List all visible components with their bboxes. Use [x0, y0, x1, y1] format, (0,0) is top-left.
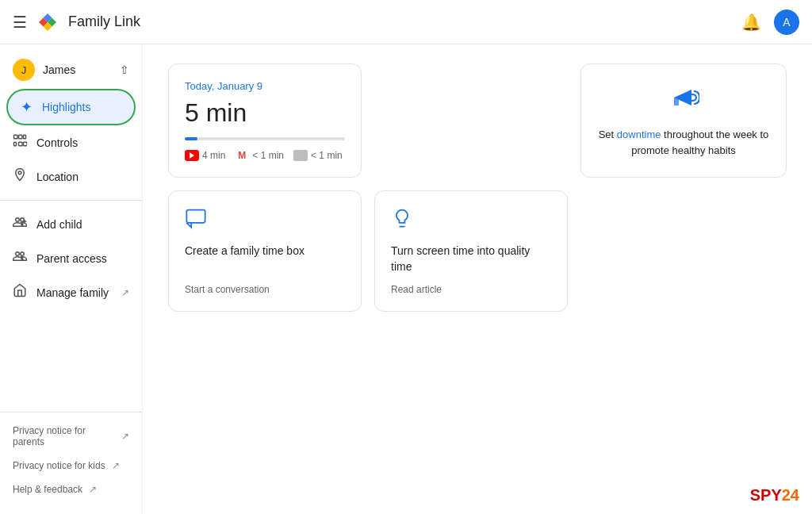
main-layout: J James ⇧ ✦ Highlights Controls — [0, 44, 812, 514]
manage-family-label: Manage family — [36, 286, 109, 299]
progress-bar-container — [185, 137, 345, 140]
footer-link-help[interactable]: Help & feedback ↗ — [0, 478, 142, 501]
sidebar-action-manage-family[interactable]: Manage family ↗ — [0, 275, 142, 309]
ext-icon-privacy-kids: ↗ — [112, 460, 120, 471]
other-app-icon — [293, 150, 308, 161]
location-label: Location — [36, 171, 79, 183]
gmail-usage: M < 1 min — [235, 150, 284, 161]
highlights-icon: ✦ — [21, 98, 33, 116]
sidebar: J James ⇧ ✦ Highlights Controls — [0, 44, 143, 514]
add-person-icon — [13, 215, 27, 233]
svg-rect-1 — [19, 135, 23, 139]
add-child-label: Add child — [36, 218, 82, 231]
gmail-icon: M — [235, 150, 249, 161]
privacy-kids-label: Privacy notice for kids — [13, 460, 105, 471]
youtube-usage: 4 min — [185, 150, 225, 161]
header-left: ☰ Family Link — [13, 11, 741, 33]
sidebar-section: J James ⇧ ✦ Highlights Controls — [0, 51, 142, 412]
svg-rect-2 — [24, 135, 26, 139]
content-grid: Today, January 9 5 min 4 min M < 1 min — [168, 63, 787, 312]
screen-time-value: 5 min — [185, 98, 345, 128]
sidebar-action-add-child[interactable]: Add child — [0, 207, 142, 241]
app-logo-icon — [36, 11, 59, 33]
user-item-james[interactable]: J James ⇧ — [0, 51, 142, 89]
footer-link-privacy-kids[interactable]: Privacy notice for kids ↗ — [0, 454, 142, 478]
svg-rect-3 — [14, 142, 17, 146]
app-title: Family Link — [68, 13, 140, 30]
feature-card-quality-time[interactable]: Turn screen time into quality time Read … — [374, 190, 568, 312]
screen-time-card: Today, January 9 5 min 4 min M < 1 min — [168, 63, 362, 178]
empty-col — [374, 63, 568, 178]
home-icon — [13, 283, 27, 301]
svg-rect-9 — [186, 210, 205, 223]
other-usage: < 1 min — [293, 150, 343, 161]
lightbulb-icon — [391, 207, 551, 234]
promo-icon — [668, 83, 699, 117]
screen-time-date: Today, January 9 — [185, 80, 345, 92]
sidebar-item-location[interactable]: Location — [0, 159, 136, 194]
svg-rect-4 — [19, 142, 23, 146]
feature-card-family-time[interactable]: Create a family time box Start a convers… — [168, 190, 362, 312]
sidebar-item-controls[interactable]: Controls — [0, 125, 136, 159]
quality-time-title: Turn screen time into quality time — [391, 244, 551, 274]
header-right: 🔔 A — [741, 10, 799, 35]
child-name: James — [43, 63, 112, 76]
chevron-up-icon: ⇧ — [120, 63, 129, 76]
chat-icon — [185, 207, 345, 234]
promo-text: Set downtime throughout the week to prom… — [597, 127, 770, 158]
controls-icon — [13, 133, 27, 152]
svg-point-6 — [18, 171, 21, 175]
group-icon — [13, 249, 27, 267]
sidebar-footer: Privacy notice for parents ↗ Privacy not… — [0, 412, 142, 508]
promo-card[interactable]: Set downtime throughout the week to prom… — [580, 63, 787, 178]
other-time: < 1 min — [311, 150, 343, 161]
sidebar-divider — [0, 200, 142, 201]
privacy-parents-label: Privacy notice for parents — [13, 425, 115, 447]
location-icon — [13, 167, 27, 186]
progress-bar-fill — [185, 137, 197, 140]
main-content: Today, January 9 5 min 4 min M < 1 min — [143, 44, 812, 514]
app-header: ☰ Family Link 🔔 A — [0, 0, 812, 44]
gmail-time: < 1 min — [252, 150, 284, 161]
menu-icon[interactable]: ☰ — [13, 13, 27, 32]
quality-time-action[interactable]: Read article — [391, 284, 551, 295]
notification-icon[interactable]: 🔔 — [741, 13, 761, 32]
ext-icon-help: ↗ — [89, 484, 97, 495]
sidebar-action-parent-access[interactable]: Parent access — [0, 241, 142, 275]
child-avatar: J — [13, 59, 35, 81]
sidebar-item-highlights[interactable]: ✦ Highlights — [6, 89, 136, 125]
youtube-time: 4 min — [202, 150, 225, 161]
youtube-icon — [185, 150, 199, 161]
ext-icon-privacy-parents: ↗ — [121, 431, 129, 442]
downtime-link[interactable]: downtime — [617, 128, 661, 140]
spy24-watermark: SPY24 — [750, 486, 799, 504]
help-label: Help & feedback — [13, 484, 82, 495]
svg-rect-0 — [14, 135, 18, 139]
external-link-icon: ↗ — [121, 287, 129, 298]
app-usage-row: 4 min M < 1 min < 1 min — [185, 150, 345, 161]
svg-rect-5 — [24, 142, 28, 146]
controls-label: Controls — [36, 136, 78, 149]
family-time-title: Create a family time box — [185, 244, 345, 259]
user-avatar[interactable]: A — [774, 10, 799, 35]
family-time-action[interactable]: Start a conversation — [185, 284, 345, 295]
footer-link-privacy-parents[interactable]: Privacy notice for parents ↗ — [0, 419, 142, 454]
parent-access-label: Parent access — [36, 252, 107, 265]
highlights-label: Highlights — [42, 101, 90, 113]
